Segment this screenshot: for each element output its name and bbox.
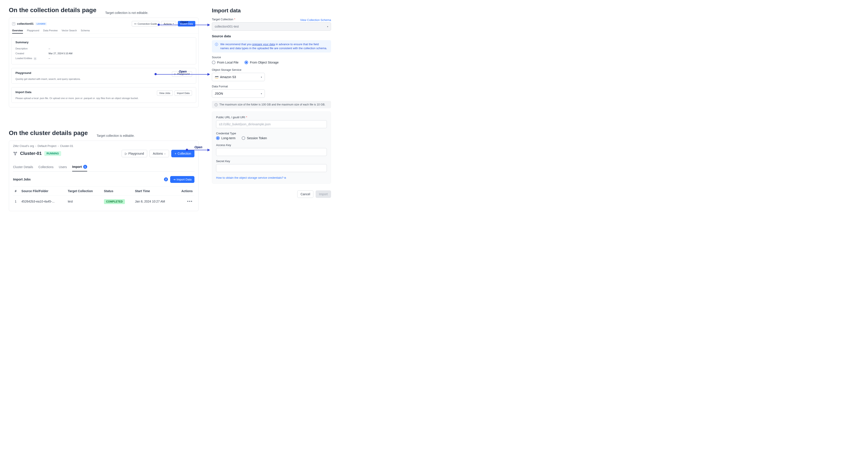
tab-import[interactable]: Import 1 [72, 163, 87, 171]
summary-card: Summary Description -- Created Mar 27, 2… [11, 37, 196, 64]
arrow-label-open-3: Open [187, 145, 210, 149]
target-collection-label: Target Collection* [212, 18, 235, 21]
connection-guide-button[interactable]: ▭ Connection Guide [132, 21, 159, 27]
play-icon: ▷ [125, 152, 127, 155]
aws-icon: aws [215, 76, 219, 78]
chevron-right-icon: › [58, 144, 59, 148]
import-desc: Please upload a local .json file. Or upl… [16, 97, 192, 99]
import-button[interactable]: Import [316, 190, 331, 198]
chevron-down-icon: ⌄ [164, 152, 166, 155]
playground-card-title: Playground [16, 71, 31, 74]
howto-link[interactable]: How to obtain the object storage service… [216, 176, 286, 180]
url-input[interactable] [216, 120, 327, 128]
prepare-data-link[interactable]: prepare your data [252, 42, 275, 46]
arrow-icon [159, 25, 210, 25]
cell-num: 1 [13, 195, 20, 207]
bc-org[interactable]: Zilliz Cloud's org [13, 144, 34, 148]
radio-icon [245, 61, 248, 64]
breadcrumb: Zilliz Cloud's org › Default Project › C… [13, 144, 194, 148]
th-start: Start Time [133, 187, 176, 195]
arrow-label-open-2: Open [156, 70, 210, 73]
radio-icon [242, 136, 245, 140]
loaded-val: -- [49, 57, 50, 60]
tab-cluster-details[interactable]: Cluster Details [13, 163, 33, 171]
cluster-tabs: Cluster Details Collections Users Import… [13, 163, 194, 172]
th-status: Status [102, 187, 133, 195]
th-actions: Actions [176, 187, 194, 195]
tab-data-preview[interactable]: Data Preview [43, 28, 58, 34]
th-num: # [13, 187, 20, 195]
th-collection: Target Collection [66, 187, 102, 195]
cluster-details-panel: Zilliz Cloud's org › Default Project › C… [9, 140, 198, 211]
info-banner: i We recommend that you prepare your dat… [212, 40, 331, 53]
external-link-icon: ⧉ [284, 176, 286, 179]
cluster-icon [13, 151, 18, 156]
format-select[interactable]: JSON ▾ [212, 89, 265, 98]
arrow-label-open-1: Open [159, 20, 210, 24]
summary-title: Summary [16, 41, 192, 44]
credentials-form: Public URL / gsutil URI* Credential Type… [212, 111, 331, 184]
desc-key: Description [16, 47, 40, 50]
chevron-down-icon: ▾ [261, 92, 262, 95]
row-actions-menu[interactable]: ••• [187, 199, 193, 204]
view-schema-link[interactable]: View Collection Schema [300, 18, 331, 22]
cancel-button[interactable]: Cancel [297, 190, 314, 198]
cred-type-label: Credential Type [216, 132, 327, 135]
tab-overview[interactable]: Overview [12, 28, 23, 34]
tab-vector-search[interactable]: Vector Search [62, 28, 77, 34]
access-key-input[interactable] [216, 148, 327, 156]
created-key: Created [16, 52, 40, 55]
oss-select[interactable]: aws Amazon S3 ▾ [212, 73, 265, 81]
import-data-button-card[interactable]: Import Data [175, 91, 192, 96]
add-collection-button[interactable]: + Collection [171, 150, 194, 157]
radio-from-local[interactable]: From Local File [212, 61, 238, 64]
collection-tabs: Overview Playground Data Preview Vector … [9, 28, 198, 34]
guide-icon: ▭ [134, 22, 136, 25]
info-icon: i [215, 103, 218, 106]
plus-icon: + [175, 152, 176, 155]
page-title-collection: On the collection details page [9, 7, 96, 14]
cell-start: Jan 8, 2024 10:27 AM [133, 195, 176, 207]
arrow-icon [156, 74, 210, 74]
collection-details-panel: ☰ collection01 LOADED ▭ Connection Guide… [9, 18, 198, 107]
step-badge-2: 2 [164, 177, 168, 181]
import-icon: ⇥ [173, 178, 176, 181]
source-label: Source [212, 56, 331, 59]
actions-dropdown-cluster[interactable]: Actions ⌄ [149, 150, 169, 157]
playground-desc: Quickly get started with insert, search,… [16, 78, 192, 80]
target-collection-select: collection001-test ▾ [212, 22, 331, 31]
loaded-badge: LOADED [35, 22, 47, 25]
tab-playground[interactable]: Playground [27, 28, 39, 34]
radio-icon [216, 136, 220, 140]
cell-collection: test [66, 195, 102, 207]
info-icon: i [34, 57, 36, 60]
size-note-banner: i The maximum size of the folder is 100 … [212, 101, 331, 108]
th-file: Source File/Folder [20, 187, 66, 195]
radio-long-term[interactable]: Long-term [216, 136, 236, 140]
radio-from-object-storage[interactable]: From Object Storage [245, 61, 279, 64]
chevron-down-icon: ▾ [327, 25, 328, 28]
radio-session-token[interactable]: Session Token [242, 136, 267, 140]
subtitle-collection: Target collection is not editable. [105, 11, 148, 14]
tab-users[interactable]: Users [59, 163, 67, 171]
subtitle-cluster: Target collection is editable. [97, 134, 135, 137]
tab-collections[interactable]: Collections [38, 163, 54, 171]
secret-key-label: Secret Key [216, 160, 327, 163]
running-badge: RUNNING [44, 151, 61, 156]
svg-point-2 [15, 154, 16, 155]
arrow-icon [187, 150, 210, 150]
collection-icon: ☰ [12, 22, 15, 25]
bc-project[interactable]: Default Project [37, 144, 56, 148]
step-badge-1: 1 [83, 165, 87, 169]
import-card-title: Import Data [16, 91, 31, 94]
import-jobs-title: Import Jobs [13, 177, 31, 181]
tab-schema[interactable]: Schema [81, 28, 90, 34]
playground-button-cluster[interactable]: ▷ Playground [122, 150, 148, 157]
bc-cluster[interactable]: Cluster-01 [60, 144, 73, 148]
loaded-key: Loaded Entities i [16, 57, 40, 60]
view-jobs-button[interactable]: View Jobs [157, 91, 173, 96]
secret-key-input[interactable] [216, 164, 327, 172]
created-val: Mar 27, 2024 5:10 AM [49, 52, 72, 55]
import-data-button-cluster[interactable]: ⇥ Import Data [170, 176, 194, 183]
cluster-name: Cluster-01 [20, 151, 42, 156]
